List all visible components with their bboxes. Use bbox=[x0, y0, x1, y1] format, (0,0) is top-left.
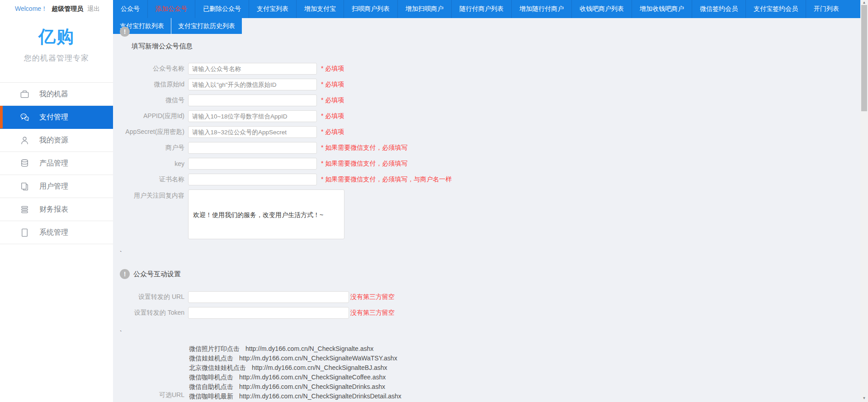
list-item: 北京微信娃娃机点击http://m.dy166.com.cn/N_CheckSi… bbox=[189, 364, 406, 374]
url-name: 微信自助机点击 bbox=[189, 383, 233, 390]
sidebar-item-label: 产品管理 bbox=[39, 159, 68, 168]
nav-tab-deleted-public-accounts[interactable]: 已删除公众号 bbox=[195, 0, 249, 18]
input-wechat-id[interactable] bbox=[188, 95, 317, 106]
form-row: AppSecret(应用密匙) * 必填项 bbox=[120, 126, 860, 138]
form-row: 微信号 * 必填项 bbox=[120, 95, 860, 106]
field-label: 微信原始Id bbox=[120, 80, 184, 89]
section-header: ! 公众号互动设置 bbox=[120, 269, 860, 279]
field-label: 商户号 bbox=[120, 144, 184, 152]
form-row: 证书名称 * 如果需要微信支付，必须填写，与商户名一样 bbox=[120, 174, 860, 185]
input-key[interactable] bbox=[188, 158, 317, 170]
input-appsecret[interactable] bbox=[188, 126, 317, 138]
sidebar-item-label: 我的机器 bbox=[39, 90, 68, 99]
optional-hint: 没有第三方留空 bbox=[350, 309, 395, 317]
form-section-title: 公众号互动设置 bbox=[133, 270, 181, 279]
list-item: 微信咖啡机点击http://m.dy166.com.cn/N_CheckSign… bbox=[189, 374, 406, 383]
sidebar-item-product-management[interactable]: 产品管理 bbox=[0, 152, 113, 175]
sidebar-menu: 我的机器 支付管理 我的资源 产品管理 用户管理 bbox=[0, 82, 113, 244]
url-value: http://m.dy166.com.cn/N_CheckSignalteDri… bbox=[239, 393, 401, 400]
nav-tab-wechat-signed-members[interactable]: 微信签约会员 bbox=[692, 0, 745, 18]
machine-icon bbox=[19, 89, 30, 99]
scrollbar-down-icon[interactable]: ▼ bbox=[860, 396, 868, 401]
field-label: 证书名称 bbox=[120, 175, 184, 184]
person-icon bbox=[19, 135, 30, 146]
field-label: 设置转发的 URL bbox=[120, 293, 184, 301]
nav-tab-add-shouqianba-merchant[interactable]: 增加收钱吧商户 bbox=[632, 0, 692, 18]
input-wechat-original-id[interactable] bbox=[188, 79, 317, 90]
scrollbar-thumb[interactable] bbox=[861, 5, 867, 111]
required-hint: * 如果需要微信支付，必须填写，与商户名一样 bbox=[321, 175, 452, 184]
nav-tab-add-alipay[interactable]: 增加支付宝 bbox=[296, 0, 344, 18]
url-name: 微信咖啡机点击 bbox=[189, 374, 233, 381]
form-row: key * 如果需要微信支付，必须填写 bbox=[120, 158, 860, 170]
nav-tab-saobei-merchant-list[interactable]: 扫呗商户列表 bbox=[344, 0, 397, 18]
list-item: 微信自助机点击http://m.dy166.com.cn/N_CheckSign… bbox=[189, 383, 406, 393]
main-area: 公众号 添加公众号 已删除公众号 支付宝列表 增加支付宝 扫呗商户列表 增加扫呗… bbox=[113, 0, 860, 402]
input-merchant-id[interactable] bbox=[188, 142, 317, 154]
input-account-name[interactable] bbox=[188, 63, 317, 75]
form-row: APPID(应用Id) * 必填项 bbox=[120, 110, 860, 122]
form-row: 微信原始Id * 必填项 bbox=[120, 79, 860, 90]
new-account-form: 公众号名称 * 必填项 微信原始Id * 必填项 微信号 * 必填项 bbox=[120, 63, 860, 239]
sidebar-item-my-machines[interactable]: 我的机器 bbox=[0, 83, 113, 106]
field-label: 可选URL bbox=[120, 391, 184, 399]
url-value: http://m.dy166.com.cn/N_CheckSignalte.as… bbox=[245, 345, 373, 352]
current-user: 超级管理员 bbox=[52, 5, 83, 13]
required-hint: * 必填项 bbox=[321, 80, 344, 89]
nav-tab-suixingfu-merchant-list[interactable]: 随行付商户列表 bbox=[451, 0, 511, 18]
required-hint: * 必填项 bbox=[321, 65, 344, 73]
url-value: http://m.dy166.com.cn/N_CheckSignalteWaW… bbox=[239, 355, 397, 362]
nav-tab-add-public-account[interactable]: 添加公众号 bbox=[147, 0, 195, 18]
database-icon bbox=[19, 158, 30, 169]
sidebar-item-user-management[interactable]: 用户管理 bbox=[0, 175, 113, 198]
sidebar-item-label: 系统管理 bbox=[39, 228, 68, 237]
sidebar-item-payment-management[interactable]: 支付管理 bbox=[0, 106, 113, 129]
sidebar-item-label: 用户管理 bbox=[39, 182, 68, 191]
sidebar-item-my-resources[interactable]: 我的资源 bbox=[0, 129, 113, 152]
url-name: 微信照片打印点击 bbox=[189, 345, 240, 352]
nav-tab-add-suixingfu-merchant[interactable]: 增加随行付商户 bbox=[511, 0, 571, 18]
welcome-bar: Welcome！ 超级管理员 退出 bbox=[0, 0, 113, 18]
input-appid[interactable] bbox=[188, 110, 317, 122]
optional-hint: 没有第三方留空 bbox=[350, 293, 395, 301]
url-value: http://m.dy166.com.cn/N_CheckSignalteCof… bbox=[239, 374, 386, 381]
form-row: 设置转发的 URL 没有第三方留空 bbox=[120, 291, 860, 303]
url-value: http://m.dy166.com.cn/N_CheckSignalteBJ.… bbox=[252, 364, 387, 371]
required-hint: * 如果需要微信支付，必须填写 bbox=[321, 144, 407, 152]
logout-link[interactable]: 退出 bbox=[87, 5, 100, 13]
sub-nav: 支付宝打款列表 支付宝打款历史列表 bbox=[113, 18, 860, 34]
input-cert-name[interactable] bbox=[188, 174, 317, 185]
content-area: ! 填写新增公众号信息 公众号名称 * 必填项 微信原始Id * 必填项 微信号 bbox=[113, 34, 860, 402]
required-hint: * 必填项 bbox=[321, 128, 344, 136]
sidebar-item-system-management[interactable]: 系统管理 bbox=[0, 221, 113, 244]
nav-tab-open-door-list[interactable]: 开门列表 bbox=[806, 0, 847, 18]
url-name: 微信咖啡机最新 bbox=[189, 393, 233, 400]
document-icon bbox=[19, 227, 30, 238]
sidebar-item-label: 我的资源 bbox=[39, 136, 68, 145]
nav-tab-add-saobei-merchant[interactable]: 增加扫呗商户 bbox=[397, 0, 451, 18]
url-name: 微信娃娃机点击 bbox=[189, 355, 233, 362]
vertical-scrollbar[interactable]: ▲ ▼ bbox=[860, 0, 868, 402]
required-hint: * 如果需要微信支付，必须填写 bbox=[321, 160, 407, 168]
input-forward-url[interactable] bbox=[188, 291, 349, 303]
textarea-follow-reply[interactable]: 欢迎！使用我们的服务，改变用户生活方式！~ bbox=[188, 189, 344, 239]
subnav-tab-alipay-payout-history[interactable]: 支付宝打款历史列表 bbox=[171, 18, 242, 34]
nav-tab-public-accounts[interactable]: 公众号 bbox=[113, 0, 147, 18]
url-name: 北京微信娃娃机点击 bbox=[189, 364, 246, 371]
sidebar-item-financial-reports[interactable]: 财务报表 bbox=[0, 198, 113, 221]
field-label: key bbox=[120, 160, 184, 167]
nav-tab-alipay-signed-members[interactable]: 支付宝签约会员 bbox=[745, 0, 806, 18]
optional-url-block: 可选URL 微信照片打印点击http://m.dy166.com.cn/N_Ch… bbox=[120, 345, 860, 402]
nav-tab-alipay-list[interactable]: 支付宝列表 bbox=[249, 0, 296, 18]
stray-backtick: ` bbox=[120, 330, 860, 337]
input-forward-token[interactable] bbox=[188, 307, 349, 319]
app-window: Welcome！ 超级管理员 退出 亿购 您的机器管理专家 我的机器 支付管理 bbox=[0, 0, 868, 402]
required-hint: * 必填项 bbox=[321, 112, 344, 120]
sidebar-item-label: 财务报表 bbox=[39, 205, 68, 214]
nav-tab-shouqianba-merchant-list[interactable]: 收钱吧商户列表 bbox=[571, 0, 632, 18]
stray-backtick: ` bbox=[120, 250, 860, 257]
field-label: 设置转发的 Token bbox=[120, 309, 184, 317]
field-label: 微信号 bbox=[120, 96, 184, 104]
sidebar-item-label: 支付管理 bbox=[39, 113, 68, 122]
form-row: 商户号 * 如果需要微信支付，必须填写 bbox=[120, 142, 860, 154]
